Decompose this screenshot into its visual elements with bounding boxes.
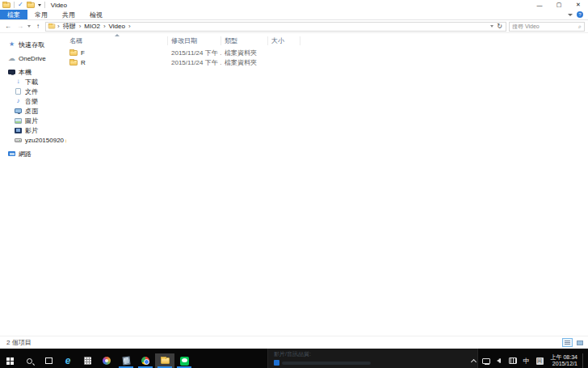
file-type-cell: 檔案資料夾 xyxy=(221,49,268,57)
sidebar-item-music[interactable]: ♪ 音樂 xyxy=(0,96,66,106)
show-desktop-button[interactable] xyxy=(582,353,585,368)
drive-icon xyxy=(15,138,22,142)
column-header-name[interactable]: 名稱 xyxy=(66,36,168,45)
search-input[interactable] xyxy=(512,23,577,29)
column-label: 類型 xyxy=(225,36,237,45)
volume-tray-button[interactable] xyxy=(494,353,505,368)
ime-mode-button[interactable]: 回 xyxy=(534,353,546,368)
customize-toolbar-chevron-icon[interactable] xyxy=(38,4,41,6)
volume-icon xyxy=(497,358,501,363)
clock-time: 上午 08:34 xyxy=(551,354,578,361)
desktop-icon xyxy=(15,108,22,113)
sidebar-item-local-disk-c[interactable]: yzu20150920 (C:) xyxy=(0,135,66,145)
taskbar-calculator[interactable] xyxy=(78,353,97,368)
sidebar-item-label: 文件 xyxy=(25,87,38,96)
column-header-modified[interactable]: 修改日期 xyxy=(168,36,221,45)
taskbar-search-button[interactable] xyxy=(19,353,39,368)
thumbnails-view-icon xyxy=(577,341,583,345)
file-name-cell[interactable]: F xyxy=(66,49,168,57)
pc-icon xyxy=(8,70,15,74)
up-button[interactable]: ↑ xyxy=(33,22,43,32)
tab-view[interactable]: 檢視 xyxy=(82,10,110,19)
refresh-icon[interactable]: ↻ xyxy=(497,23,502,30)
breadcrumb-item[interactable]: 待辦 xyxy=(61,22,78,31)
thumbnails-view-button[interactable] xyxy=(574,338,585,347)
maximize-button[interactable]: ▢ xyxy=(549,0,569,10)
sidebar-item-onedrive[interactable]: ☁ OneDrive xyxy=(0,53,66,63)
address-breadcrumb-bar[interactable]: › 待辦 › MIO2 › Video › ↻ xyxy=(45,22,506,32)
sidebar-item-this-pc[interactable]: 本機 xyxy=(0,67,66,77)
file-name-cell[interactable]: R xyxy=(66,59,168,66)
title-bar[interactable]: ✓ Video — ▢ ✕ xyxy=(0,0,588,10)
file-type-cell: 檔案資料夾 xyxy=(221,58,268,67)
address-dropdown-chevron-icon[interactable] xyxy=(490,25,494,27)
properties-icon[interactable]: ✓ xyxy=(18,2,23,8)
window-controls: — ▢ ✕ xyxy=(530,0,588,10)
column-header-size[interactable]: 大小 xyxy=(268,36,300,45)
sidebar-item-label: 網路 xyxy=(19,150,32,159)
taskbar-clock[interactable]: 上午 08:34 2015/12/1 xyxy=(548,354,581,367)
taskbar-line-app[interactable] xyxy=(174,353,194,368)
hidden-icons-button[interactable] xyxy=(469,353,478,368)
sidebar-item-desktop[interactable]: 桌面 xyxy=(0,106,66,116)
pictures-icon xyxy=(15,118,22,124)
file-explorer-icon xyxy=(161,357,170,364)
taskbar: e 中 回 上午 08:34 2015/12/1 xyxy=(0,353,588,368)
breadcrumb-separator: › xyxy=(78,23,82,30)
close-button[interactable]: ✕ xyxy=(569,0,588,10)
explorer-body: ★ 快速存取 ☁ OneDrive 本機 ↓ 下載 文件 xyxy=(0,33,588,336)
tab-file[interactable]: 檔案 xyxy=(0,10,27,19)
taskbar-notepad-app[interactable] xyxy=(116,353,136,368)
sidebar-item-quick-access[interactable]: ★ 快速存取 xyxy=(0,40,66,49)
explorer-app-icon[interactable] xyxy=(2,2,10,8)
breadcrumb-item[interactable]: Video xyxy=(107,23,127,30)
breadcrumb-separator: › xyxy=(57,23,61,30)
paint-icon xyxy=(103,357,111,365)
tab-home[interactable]: 常用 xyxy=(27,10,55,19)
taskbar-chrome[interactable] xyxy=(136,353,155,368)
navigation-pane: ★ 快速存取 ☁ OneDrive 本機 ↓ 下載 文件 xyxy=(0,33,66,336)
search-box[interactable]: ⌕ xyxy=(509,22,585,32)
ime-language-button[interactable]: 中 xyxy=(521,353,532,368)
calculator-icon xyxy=(84,357,91,365)
recent-locations-chevron-icon[interactable] xyxy=(27,25,31,27)
sidebar-item-documents[interactable]: 文件 xyxy=(0,87,66,96)
start-button[interactable] xyxy=(0,353,19,368)
column-label: 大小 xyxy=(271,36,284,45)
new-folder-icon[interactable] xyxy=(27,2,35,8)
column-label: 修改日期 xyxy=(171,36,197,45)
column-header-type[interactable]: 類型 xyxy=(221,36,268,45)
help-icon[interactable]: ? xyxy=(577,11,583,18)
sidebar-item-network[interactable]: 網路 xyxy=(0,149,66,159)
table-row[interactable]: R 2015/11/24 下午 … 檔案資料夾 xyxy=(66,57,588,67)
task-view-button[interactable] xyxy=(39,353,58,368)
line-app-icon xyxy=(180,357,189,366)
chrome-icon xyxy=(141,357,149,365)
back-button[interactable]: ← xyxy=(3,22,13,32)
taskbar-internet-explorer[interactable]: e xyxy=(58,353,78,368)
details-view-button[interactable] xyxy=(562,338,573,347)
table-row[interactable]: F 2015/11/24 下午 … 檔案資料夾 xyxy=(66,48,588,57)
forward-button[interactable]: → xyxy=(15,22,25,32)
videos-icon xyxy=(15,128,22,133)
network-tray-button[interactable] xyxy=(480,353,493,368)
sidebar-item-videos[interactable]: 影片 xyxy=(0,125,66,135)
taskbar-paint[interactable] xyxy=(97,353,116,368)
windows-start-icon xyxy=(6,357,14,365)
sort-ascending-icon xyxy=(115,34,120,36)
ribbon-tab-bar: 檔案 常用 共用 檢視 ? xyxy=(0,10,588,20)
sidebar-item-downloads[interactable]: ↓ 下載 xyxy=(0,77,66,87)
expand-ribbon-chevron-icon[interactable] xyxy=(568,14,573,16)
address-right-controls: ↻ xyxy=(490,23,504,30)
cloud-icon: ☁ xyxy=(8,55,15,61)
ime-mode-icon: 回 xyxy=(536,357,544,365)
touch-keyboard-button[interactable] xyxy=(506,353,519,368)
minimize-button[interactable]: — xyxy=(530,0,549,10)
sidebar-item-label: 下載 xyxy=(25,78,38,87)
taskbar-file-explorer[interactable] xyxy=(155,353,174,368)
chevron-up-icon xyxy=(470,358,476,364)
sidebar-item-pictures[interactable]: 圖片 xyxy=(0,116,66,125)
divider xyxy=(44,2,45,8)
breadcrumb-item[interactable]: MIO2 xyxy=(82,23,102,30)
tab-share[interactable]: 共用 xyxy=(55,10,82,19)
